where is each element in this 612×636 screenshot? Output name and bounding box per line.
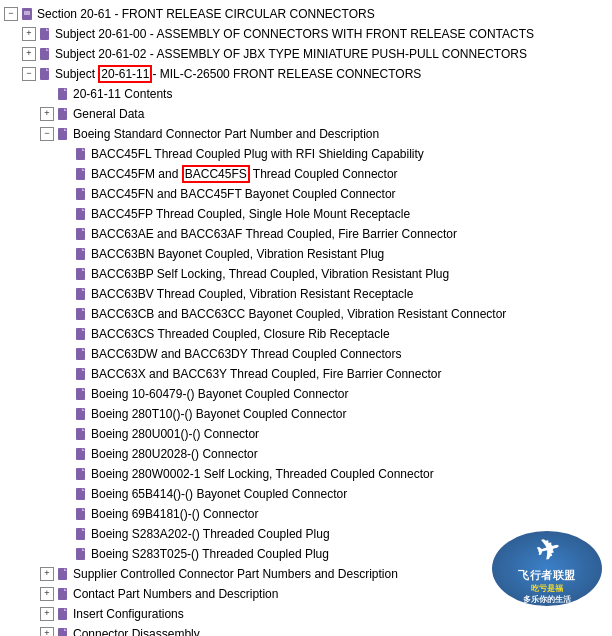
page-icon	[74, 367, 88, 381]
page-icon	[74, 247, 88, 261]
item-label: Supplier Controlled Connector Part Numbe…	[73, 565, 398, 583]
tree-item[interactable]: Boeing 10-60479-() Bayonet Coupled Conne…	[0, 384, 612, 404]
collapse-button[interactable]: −	[40, 127, 54, 141]
page-icon	[56, 627, 70, 636]
expander-placeholder	[58, 307, 72, 321]
watermark-text1: 飞行者联盟	[518, 568, 576, 583]
item-label: Subject 20-61-11- MIL-C-26500 FRONT RELE…	[55, 65, 421, 83]
tree-item[interactable]: BACC63BP Self Locking, Thread Coupled, V…	[0, 264, 612, 284]
page-icon	[56, 567, 70, 581]
item-label: Boeing 280U001()-() Connector	[91, 425, 259, 443]
tree-item[interactable]: Boeing 65B414()-() Bayonet Coupled Conne…	[0, 484, 612, 504]
item-label: BACC45FP Thread Coupled, Single Hole Mou…	[91, 205, 410, 223]
tree-item[interactable]: +Connector Disassembly	[0, 624, 612, 636]
tree-item[interactable]: BACC45FL Thread Coupled Plug with RFI Sh…	[0, 144, 612, 164]
collapse-button[interactable]: −	[4, 7, 18, 21]
item-label: Connector Disassembly	[73, 625, 200, 636]
page-icon	[74, 187, 88, 201]
tree-item[interactable]: +Subject 20-61-02 - ASSEMBLY OF JBX TYPE…	[0, 44, 612, 64]
item-label: BACC63BN Bayonet Coupled, Vibration Resi…	[91, 245, 384, 263]
tree-item[interactable]: BACC63CS Threaded Coupled, Closure Rib R…	[0, 324, 612, 344]
expander-placeholder	[58, 527, 72, 541]
item-label: Boeing Standard Connector Part Number an…	[73, 125, 379, 143]
item-label: General Data	[73, 105, 144, 123]
page-icon	[74, 407, 88, 421]
tree-item[interactable]: Boeing 280U2028-() Connector	[0, 444, 612, 464]
tree-item[interactable]: BACC45FM and BACC45FS Thread Coupled Con…	[0, 164, 612, 184]
expander-placeholder	[40, 87, 54, 101]
page-icon	[74, 527, 88, 541]
page-icon	[56, 87, 70, 101]
item-label: BACC63BV Thread Coupled, Vibration Resis…	[91, 285, 413, 303]
expander-placeholder	[58, 267, 72, 281]
page-icon	[74, 547, 88, 561]
expander-placeholder	[58, 507, 72, 521]
item-label: Boeing 69B4181()-() Connector	[91, 505, 258, 523]
tree-item[interactable]: Boeing 280U001()-() Connector	[0, 424, 612, 444]
collapse-button[interactable]: −	[22, 67, 36, 81]
page-icon	[38, 27, 52, 41]
page-icon	[74, 447, 88, 461]
tree-item[interactable]: BACC45FN and BACC45FT Bayonet Coupled Co…	[0, 184, 612, 204]
item-label: BACC63CS Threaded Coupled, Closure Rib R…	[91, 325, 390, 343]
page-icon	[74, 327, 88, 341]
item-label: Insert Configurations	[73, 605, 184, 623]
expander-placeholder	[58, 187, 72, 201]
expand-button[interactable]: +	[40, 567, 54, 581]
tree-item[interactable]: +Insert Configurations	[0, 604, 612, 624]
item-label: 20-61-11 Contents	[73, 85, 172, 103]
expand-button[interactable]: +	[40, 107, 54, 121]
page-icon	[56, 607, 70, 621]
expander-placeholder	[58, 407, 72, 421]
item-label: Contact Part Numbers and Description	[73, 585, 278, 603]
tree-item[interactable]: BACC63CB and BACC63CC Bayonet Coupled, V…	[0, 304, 612, 324]
tree-item[interactable]: Boeing 69B4181()-() Connector	[0, 504, 612, 524]
item-label: Boeing 280U2028-() Connector	[91, 445, 258, 463]
tree-item[interactable]: −Section 20-61 - FRONT RELEASE CIRCULAR …	[0, 4, 612, 24]
expand-button[interactable]: +	[40, 627, 54, 636]
expander-placeholder	[58, 287, 72, 301]
tree-item[interactable]: BACC63AE and BACC63AF Thread Coupled, Fi…	[0, 224, 612, 244]
tree-item[interactable]: Boeing 280T10()-() Bayonet Coupled Conne…	[0, 404, 612, 424]
page-icon	[74, 267, 88, 281]
expander-placeholder	[58, 227, 72, 241]
plane-icon: ✈	[532, 531, 563, 568]
watermark: ✈ 飞行者联盟 吃亏是福 多乐你的生活	[492, 531, 602, 606]
item-label: BACC45FM and BACC45FS Thread Coupled Con…	[91, 165, 398, 183]
expand-button[interactable]: +	[22, 27, 36, 41]
tree-item[interactable]: BACC63X and BACC63Y Thread Coupled, Fire…	[0, 364, 612, 384]
item-label: Boeing 65B414()-() Bayonet Coupled Conne…	[91, 485, 347, 503]
svg-rect-63	[58, 628, 67, 636]
item-label: BACC45FL Thread Coupled Plug with RFI Sh…	[91, 145, 424, 163]
page-icon	[74, 307, 88, 321]
tree-item[interactable]: −Boeing Standard Connector Part Number a…	[0, 124, 612, 144]
tree-item[interactable]: +General Data	[0, 104, 612, 124]
highlighted-part: BACC45FS	[182, 165, 250, 183]
item-label: BACC63CB and BACC63CC Bayonet Coupled, V…	[91, 305, 506, 323]
expander-placeholder	[58, 207, 72, 221]
expand-button[interactable]: +	[22, 47, 36, 61]
tree-item[interactable]: BACC45FP Thread Coupled, Single Hole Mou…	[0, 204, 612, 224]
tree-item[interactable]: BACC63BN Bayonet Coupled, Vibration Resi…	[0, 244, 612, 264]
page-icon	[56, 587, 70, 601]
page-icon	[56, 107, 70, 121]
tree-item[interactable]: −Subject 20-61-11- MIL-C-26500 FRONT REL…	[0, 64, 612, 84]
expander-placeholder	[58, 247, 72, 261]
expander-placeholder	[58, 147, 72, 161]
item-label: Subject 20-61-02 - ASSEMBLY OF JBX TYPE …	[55, 45, 527, 63]
highlighted-subject: 20-61-11	[98, 65, 152, 83]
tree-item[interactable]: BACC63BV Thread Coupled, Vibration Resis…	[0, 284, 612, 304]
page-icon	[74, 227, 88, 241]
page-icon	[74, 347, 88, 361]
tree-item[interactable]: 20-61-11 Contents	[0, 84, 612, 104]
item-label: Boeing 10-60479-() Bayonet Coupled Conne…	[91, 385, 349, 403]
expander-placeholder	[58, 167, 72, 181]
expand-button[interactable]: +	[40, 587, 54, 601]
expand-button[interactable]: +	[40, 607, 54, 621]
expander-placeholder	[58, 347, 72, 361]
tree-item[interactable]: +Subject 20-61-00 - ASSEMBLY OF CONNECTO…	[0, 24, 612, 44]
tree-item[interactable]: BACC63DW and BACC63DY Thread Coupled Con…	[0, 344, 612, 364]
book-icon	[20, 7, 34, 21]
tree-item[interactable]: Boeing 280W0002-1 Self Locking, Threaded…	[0, 464, 612, 484]
expander-placeholder	[58, 487, 72, 501]
